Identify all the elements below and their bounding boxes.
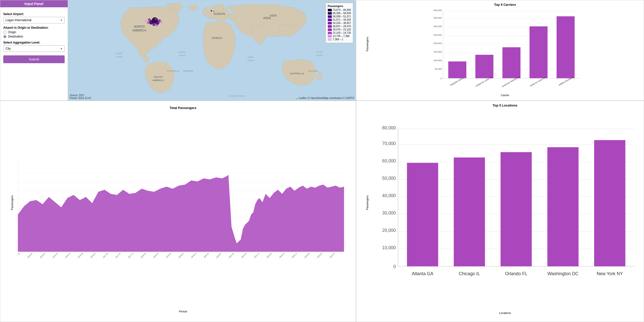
europe-label: EUROPE <box>214 12 225 15</box>
input-panel-title: Input Panel <box>0 0 68 7</box>
map-point-9[interactable] <box>151 24 153 26</box>
svg-text:Atlanta GA: Atlanta GA <box>412 271 433 276</box>
map-point-5[interactable] <box>148 18 151 21</box>
svg-text:OCEANIA: OCEANIA <box>183 70 193 72</box>
input-panel: Input Panel Select Airport: Logan Intern… <box>0 0 68 101</box>
legend-color-7 <box>328 32 332 34</box>
map-period: Period: 2023-12-01 <box>70 97 91 99</box>
map-panel: NORTH AMERICA SOUTH AMERICA AFRICA ASIA … <box>68 0 356 101</box>
legend-item-6: 29,470 – 22,103 <box>328 28 351 31</box>
svg-text:Southern Ocean: Southern Ocean <box>229 95 245 97</box>
destination-radio-label: Destination <box>8 35 23 38</box>
svg-text:150,000: 150,000 <box>433 51 442 53</box>
locations-x-label: Locations <box>499 311 511 314</box>
map-point-11[interactable] <box>156 24 158 26</box>
legend-range-7: 22,103 – 14,735 <box>333 31 351 34</box>
svg-text:2017-11: 2017-11 <box>128 252 134 259</box>
legend-item-5: 36,837 – 29,470 <box>328 25 351 28</box>
svg-text:10,000: 10,000 <box>382 245 396 250</box>
svg-text:Pacific: Pacific <box>116 52 123 55</box>
bar-washington <box>547 147 579 266</box>
top-carriers-title: Top 5 Carriers <box>371 3 639 7</box>
legend-range-3: 51,571 – 44,204 <box>333 18 351 21</box>
origin-radio-item[interactable]: Origin <box>3 30 65 34</box>
svg-text:2015-11: 2015-11 <box>65 252 71 259</box>
legend-color-2 <box>328 15 332 18</box>
svg-text:400,000: 400,000 <box>433 9 442 12</box>
legend-color-6 <box>328 28 332 31</box>
bar-republic <box>448 61 466 78</box>
svg-text:2017-07: 2017-07 <box>115 252 122 259</box>
svg-text:250,000: 250,000 <box>433 34 442 36</box>
svg-text:Indian: Indian <box>248 56 254 58</box>
map-point-6[interactable] <box>154 18 157 20</box>
svg-text:200,000: 200,000 <box>433 42 442 45</box>
svg-text:30,000: 30,000 <box>382 210 396 216</box>
svg-text:2022-01: 2022-01 <box>266 252 273 259</box>
airport-select-wrapper[interactable]: Logan International JFK International LA… <box>3 17 65 23</box>
svg-text:Ocean: Ocean <box>248 59 254 62</box>
aggregation-label: Select Aggregation Level: <box>3 41 65 44</box>
bar-american <box>502 47 520 78</box>
legend-item-0: 73,673 – 66,306 <box>328 9 351 11</box>
svg-text:AMERICA: AMERICA <box>152 79 164 82</box>
map-point-eu-2[interactable] <box>213 11 214 12</box>
legend-title: Passengers <box>328 5 351 8</box>
bar-jetblue <box>557 16 575 78</box>
svg-text:Orlando FL: Orlando FL <box>505 271 528 276</box>
world-map-svg: NORTH AMERICA SOUTH AMERICA AFRICA ASIA … <box>68 0 356 100</box>
carriers-y-label: Passengers <box>366 37 369 51</box>
svg-text:2023-01: 2023-01 <box>304 252 310 259</box>
svg-text:40,000: 40,000 <box>382 193 396 198</box>
svg-text:2022-11: 2022-11 <box>291 252 298 259</box>
svg-text:50,000: 50,000 <box>382 176 396 181</box>
svg-text:2020-01: 2020-01 <box>203 252 210 259</box>
map-point-10[interactable] <box>145 20 147 22</box>
svg-text:2021-01: 2021-01 <box>228 252 235 259</box>
legend-color-0 <box>328 9 332 11</box>
destination-radio[interactable] <box>3 35 7 38</box>
top-locations-panel: Top 5 Locations Passengers Locations 0 1… <box>356 101 644 322</box>
legend-range-5: 36,837 – 29,470 <box>333 25 351 28</box>
origin-radio-label: Origin <box>8 30 16 34</box>
legend-range-1: 66,306 – 58,939 <box>333 12 351 15</box>
legend-range-4: 44,204 – 36,837 <box>333 22 351 24</box>
svg-text:Ocean: Ocean <box>179 54 185 57</box>
svg-text:2014-01: 2014-01 <box>18 252 21 259</box>
total-passengers-title: Total Passengers <box>18 106 348 110</box>
africa-label: AFRICA <box>212 37 222 40</box>
svg-text:2020-07: 2020-07 <box>216 252 222 259</box>
svg-text:2017-01: 2017-01 <box>102 252 109 259</box>
svg-text:2014-07: 2014-07 <box>27 252 33 259</box>
aggregation-select-wrapper[interactable]: City State Country <box>3 45 65 52</box>
map-point-7[interactable] <box>147 22 149 24</box>
legend-item-4: 44,204 – 36,837 <box>328 22 351 24</box>
svg-text:AMERICA: AMERICA <box>132 29 146 32</box>
svg-text:100,000: 100,000 <box>433 59 442 62</box>
total-passengers-panel: Total Passengers Passengers Period 0 200… <box>0 101 356 322</box>
svg-text:2018-01: 2018-01 <box>140 252 147 259</box>
svg-text:Ocean: Ocean <box>116 55 123 58</box>
svg-text:50,000: 50,000 <box>435 68 442 70</box>
map-point-eu-1[interactable] <box>211 10 212 12</box>
south-america-label: SOUTH <box>154 76 163 78</box>
passengers-chart-svg: 0 200,000 400,000 600,000 800,000 1,000,… <box>18 112 348 305</box>
origin-radio[interactable] <box>3 31 7 34</box>
svg-text:2015-07: 2015-07 <box>52 252 59 259</box>
map-source: Source: DOT <box>70 94 91 97</box>
legend-range-0: 73,673 – 66,306 <box>333 9 351 11</box>
carriers-x-label: Carrier <box>501 94 509 97</box>
svg-text:300,000: 300,000 <box>433 25 442 28</box>
map-point-8[interactable] <box>160 21 163 24</box>
locations-chart-svg: 0 10,000 20,000 30,000 40,000 50,000 60,… <box>371 109 639 307</box>
submit-button[interactable]: Submit <box>3 55 65 63</box>
airport-select[interactable]: Logan International JFK International LA… <box>3 17 65 23</box>
svg-text:2016-07: 2016-07 <box>90 252 96 259</box>
svg-text:Atlantic: Atlantic <box>178 51 186 53</box>
area-chart-path <box>18 175 344 252</box>
bar-atlanta <box>407 163 438 266</box>
origin-dest-label: Airport is Origin or Destination: <box>3 26 65 29</box>
aggregation-select[interactable]: City State Country <box>3 45 65 52</box>
destination-radio-item[interactable]: Destination <box>3 35 65 38</box>
bar-chicago <box>454 158 485 266</box>
